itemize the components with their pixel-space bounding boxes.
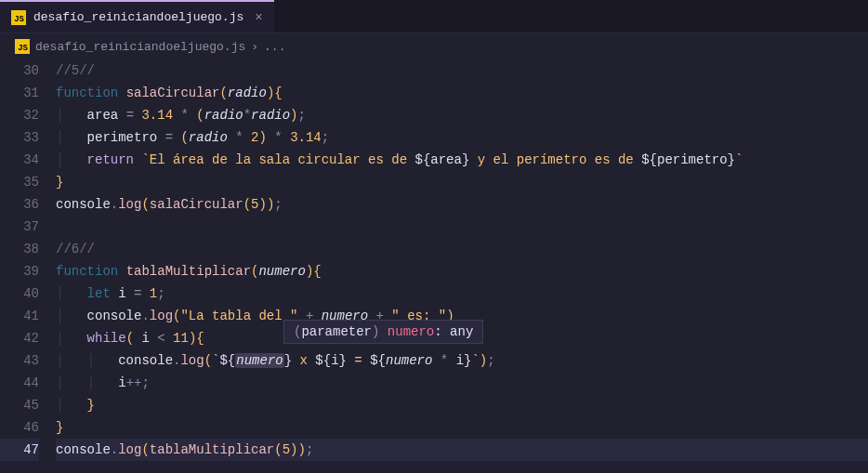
- code-line: │ }: [56, 394, 868, 416]
- code-line: │ │ i++;: [56, 372, 868, 394]
- line-number: 36: [0, 193, 39, 216]
- line-number: 37: [0, 216, 39, 238]
- line-number: 35: [0, 171, 39, 193]
- tab-filename: desafío_reiniciandoeljuego.js: [33, 10, 243, 24]
- code-line: │ return `El área de la sala circular es…: [56, 149, 868, 171]
- code-line: //5//: [56, 59, 868, 82]
- line-number: 33: [0, 126, 39, 149]
- line-number: 42: [0, 327, 39, 349]
- line-number: 31: [0, 82, 39, 104]
- line-number: 38: [0, 238, 39, 260]
- code-line: }: [56, 416, 868, 439]
- code-line: │ │ console.log(`${numero} x ${i} = ${nu…: [56, 349, 868, 372]
- code-line: }: [56, 171, 868, 193]
- code-line: │ perimetro = (radio * 2) * 3.14;: [56, 126, 868, 149]
- line-number: 40: [0, 282, 39, 305]
- line-number: 44: [0, 372, 39, 394]
- breadcrumb-more: ...: [264, 40, 285, 54]
- close-icon[interactable]: ×: [255, 10, 262, 25]
- breadcrumb[interactable]: JS desafío_reiniciandoeljuego.js › ...: [0, 33, 868, 59]
- breadcrumb-filename: desafío_reiniciandoeljuego.js: [35, 40, 245, 54]
- code-editor[interactable]: 30 31 32 33 34 35 36 37 38 39 40 41 42 4…: [0, 59, 868, 461]
- code-line: console.log(tablaMultiplicar(5));: [56, 439, 868, 461]
- code-line: [56, 216, 868, 238]
- line-number: 43: [0, 349, 39, 372]
- line-number: 39: [0, 260, 39, 282]
- line-number: 47: [0, 439, 39, 461]
- code-line: │ let i = 1;: [56, 282, 868, 305]
- line-number: 41: [0, 305, 39, 327]
- line-number: 32: [0, 104, 39, 126]
- tab-bar: JS desafío_reiniciandoeljuego.js ×: [0, 0, 868, 33]
- code-line: function salaCircular(radio){: [56, 82, 868, 104]
- chevron-right-icon: ›: [251, 40, 258, 54]
- editor-tab[interactable]: JS desafío_reiniciandoeljuego.js ×: [0, 0, 274, 33]
- code-line: │ area = 3.14 * (radio*radio);: [56, 104, 868, 126]
- code-line: console.log(salaCircular(5));: [56, 193, 868, 216]
- code-line: //6//: [56, 238, 868, 260]
- line-number: 30: [0, 59, 39, 82]
- code-line: function tablaMultiplicar(numero){: [56, 260, 868, 282]
- line-number-gutter: 30 31 32 33 34 35 36 37 38 39 40 41 42 4…: [0, 59, 56, 461]
- code-area[interactable]: //5// function salaCircular(radio){ │ ar…: [56, 59, 868, 461]
- line-number: 34: [0, 149, 39, 171]
- js-file-icon: JS: [11, 10, 26, 25]
- line-number: 45: [0, 394, 39, 416]
- intellisense-tooltip: (parameter) numero: any: [283, 320, 483, 344]
- js-file-icon: JS: [15, 39, 30, 54]
- line-number: 46: [0, 416, 39, 439]
